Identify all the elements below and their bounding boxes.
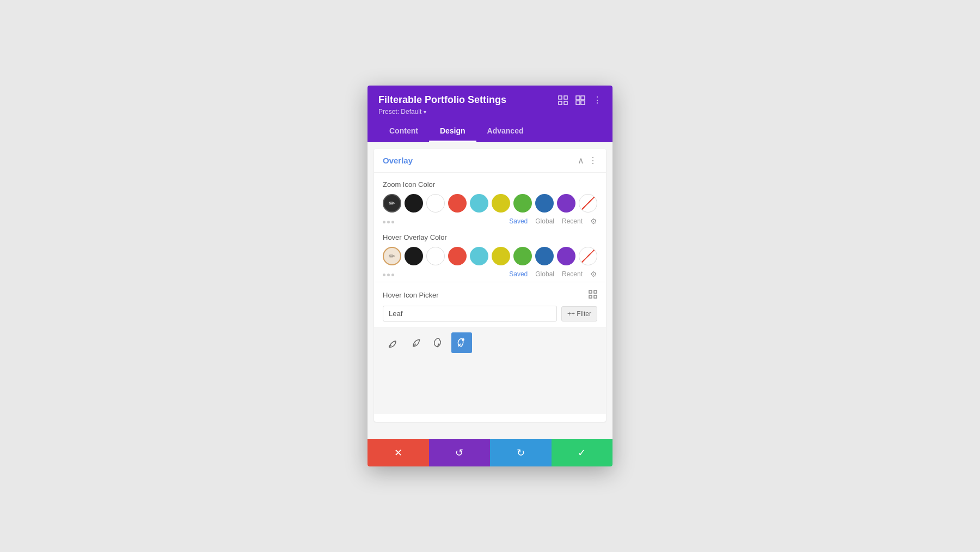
section-more-icon[interactable]: ⋮ (589, 155, 597, 166)
pencil-icon: ✏ (389, 199, 395, 208)
header-icons: ⋮ (558, 95, 602, 105)
zoom-recent-link[interactable]: Recent (562, 217, 583, 225)
save-button[interactable]: ✓ (552, 439, 613, 466)
focus-icon[interactable] (558, 95, 568, 105)
icon-picker-header: Hover Icon Picker (383, 282, 597, 306)
hover-color-blue[interactable] (535, 247, 554, 265)
filter-button[interactable]: + + Filter (561, 306, 597, 322)
icon-leaf-3[interactable] (428, 332, 449, 353)
svg-rect-8 (589, 290, 592, 293)
hover-global-link[interactable]: Global (535, 270, 554, 278)
zoom-icon-color-label: Zoom Icon Color (383, 180, 597, 189)
hover-color-black[interactable] (405, 247, 423, 265)
dot (387, 274, 390, 276)
icon-leaf-4-selected[interactable] (451, 332, 472, 353)
icons-grid (374, 327, 606, 414)
hover-color-row: ✏ (383, 247, 597, 265)
pencil-icon-hover: ✏ (389, 252, 395, 260)
redo-button[interactable]: ↻ (490, 439, 552, 466)
body-spacer (367, 428, 612, 439)
section-header-icons: ∧ ⋮ (578, 155, 597, 166)
zoom-color-dots (383, 221, 394, 223)
collapse-icon[interactable]: ∧ (578, 155, 584, 166)
filter-label: + Filter (571, 310, 591, 318)
grid-icon[interactable] (575, 95, 585, 105)
zoom-color-none[interactable] (579, 194, 597, 213)
modal-footer: ✕ ↺ ↻ ✓ (367, 439, 612, 466)
hover-overlay-color-label: Hover Overlay Color (383, 233, 597, 241)
save-icon: ✓ (578, 447, 586, 459)
zoom-color-white[interactable] (426, 194, 445, 213)
zoom-color-yellow[interactable] (492, 194, 510, 213)
undo-button[interactable]: ↺ (429, 439, 491, 466)
svg-rect-5 (581, 96, 585, 100)
svg-rect-2 (559, 101, 562, 105)
hover-recent-link[interactable]: Recent (562, 270, 583, 278)
hover-color-dots (383, 274, 394, 276)
dot (383, 221, 385, 223)
redo-icon: ↻ (517, 447, 525, 459)
icon-picker-label: Hover Icon Picker (383, 291, 439, 299)
hover-color-actions: Saved Global Recent ⚙ (509, 270, 597, 278)
dot (387, 221, 390, 223)
zoom-color-purple[interactable] (557, 194, 575, 213)
hover-color-white[interactable] (426, 247, 445, 265)
section-header: Overlay ∧ ⋮ (374, 149, 606, 173)
undo-icon: ↺ (455, 447, 463, 459)
more-icon[interactable]: ⋮ (593, 95, 602, 105)
preset-chevron: ▾ (424, 109, 426, 115)
hover-color-none[interactable] (579, 247, 597, 265)
zoom-color-picker-swatch[interactable]: ✏ (383, 194, 401, 213)
tab-content[interactable]: Content (378, 121, 429, 142)
zoom-saved-link[interactable]: Saved (509, 217, 528, 225)
tabs-bar: Content Design Advanced (378, 121, 602, 142)
icon-picker-expand[interactable] (589, 290, 597, 300)
icon-leaf-2[interactable] (406, 332, 426, 353)
hover-color-green[interactable] (513, 247, 532, 265)
zoom-gear-icon[interactable]: ⚙ (590, 217, 597, 226)
tab-design[interactable]: Design (429, 121, 476, 142)
hover-gear-icon[interactable]: ⚙ (590, 270, 597, 278)
zoom-color-actions: Saved Global Recent ⚙ (509, 217, 597, 226)
svg-point-12 (462, 339, 464, 341)
icon-search-row: + + Filter (383, 306, 597, 327)
preset-dropdown[interactable]: Preset: Default ▾ (378, 108, 602, 116)
hover-color-picker-swatch[interactable]: ✏ (383, 247, 401, 265)
settings-modal: Filterable Portfolio Settings (367, 86, 612, 466)
tab-advanced[interactable]: Advanced (476, 121, 535, 142)
zoom-color-black[interactable] (405, 194, 423, 213)
hover-saved-link[interactable]: Saved (509, 270, 528, 278)
hover-color-red[interactable] (448, 247, 467, 265)
modal-header: Filterable Portfolio Settings (367, 86, 612, 142)
svg-rect-0 (559, 96, 562, 99)
svg-rect-7 (581, 101, 585, 105)
zoom-color-cyan[interactable] (470, 194, 488, 213)
zoom-color-row: ✏ (383, 194, 597, 213)
header-top: Filterable Portfolio Settings (378, 94, 602, 106)
cancel-icon: ✕ (394, 447, 402, 459)
filter-plus-icon: + (567, 310, 571, 318)
dot (383, 274, 385, 276)
svg-rect-1 (564, 96, 567, 99)
svg-rect-3 (564, 101, 567, 105)
svg-rect-6 (576, 101, 580, 105)
section-body: Zoom Icon Color ✏ (374, 173, 606, 422)
dot (391, 274, 394, 276)
hover-color-purple[interactable] (557, 247, 575, 265)
hover-color-cyan[interactable] (470, 247, 488, 265)
hover-color-yellow[interactable] (492, 247, 510, 265)
zoom-color-blue[interactable] (535, 194, 554, 213)
cancel-button[interactable]: ✕ (367, 439, 429, 466)
zoom-color-red[interactable] (448, 194, 467, 213)
section-title: Overlay (383, 156, 413, 165)
svg-rect-9 (594, 290, 597, 293)
modal-body: Overlay ∧ ⋮ Zoom Icon Color ✏ (367, 142, 612, 439)
zoom-global-link[interactable]: Global (535, 217, 554, 225)
zoom-color-green[interactable] (513, 194, 532, 213)
svg-rect-10 (589, 295, 592, 298)
svg-rect-11 (594, 295, 597, 298)
icon-leaf-1[interactable] (383, 332, 403, 353)
icon-search-input[interactable] (383, 306, 557, 322)
modal-title: Filterable Portfolio Settings (378, 94, 506, 106)
overlay-section: Overlay ∧ ⋮ Zoom Icon Color ✏ (374, 149, 606, 422)
